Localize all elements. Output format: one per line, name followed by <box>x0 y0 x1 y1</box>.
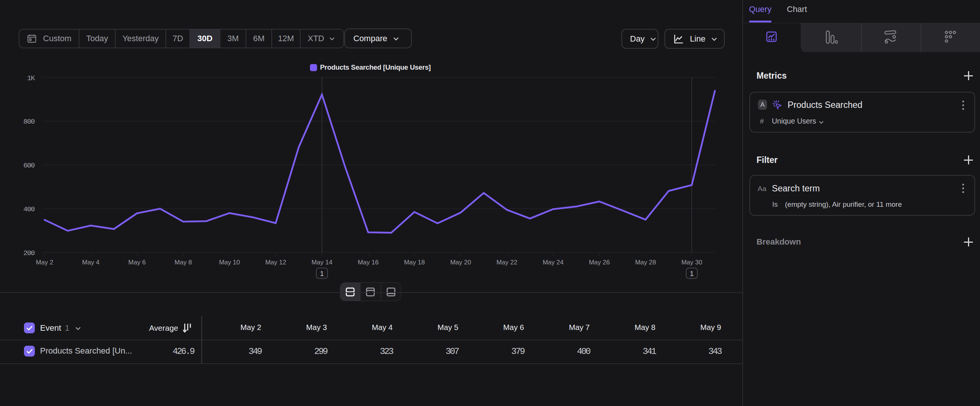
svg-text:May 10: May 10 <box>219 259 240 266</box>
svg-text:May 4: May 4 <box>82 259 99 266</box>
svg-text:1: 1 <box>320 270 324 277</box>
svg-text:May 14: May 14 <box>312 259 332 266</box>
svg-text:May 30: May 30 <box>681 259 702 266</box>
svg-text:400: 400 <box>23 205 35 213</box>
svg-text:May 8: May 8 <box>175 259 192 266</box>
svg-text:May 26: May 26 <box>589 259 610 266</box>
svg-text:200: 200 <box>23 249 35 257</box>
svg-text:May 12: May 12 <box>266 259 286 266</box>
svg-text:May 24: May 24 <box>543 259 564 266</box>
svg-text:May 16: May 16 <box>358 259 379 266</box>
svg-text:May 22: May 22 <box>496 259 517 266</box>
svg-text:600: 600 <box>23 161 35 170</box>
svg-text:May 18: May 18 <box>404 259 425 266</box>
svg-text:May 28: May 28 <box>635 259 656 266</box>
svg-text:1: 1 <box>690 270 694 277</box>
svg-text:May 20: May 20 <box>450 259 471 266</box>
svg-text:1K: 1K <box>27 74 35 83</box>
svg-text:May 2: May 2 <box>36 259 53 266</box>
svg-text:May 6: May 6 <box>128 259 146 266</box>
svg-text:800: 800 <box>23 118 35 126</box>
